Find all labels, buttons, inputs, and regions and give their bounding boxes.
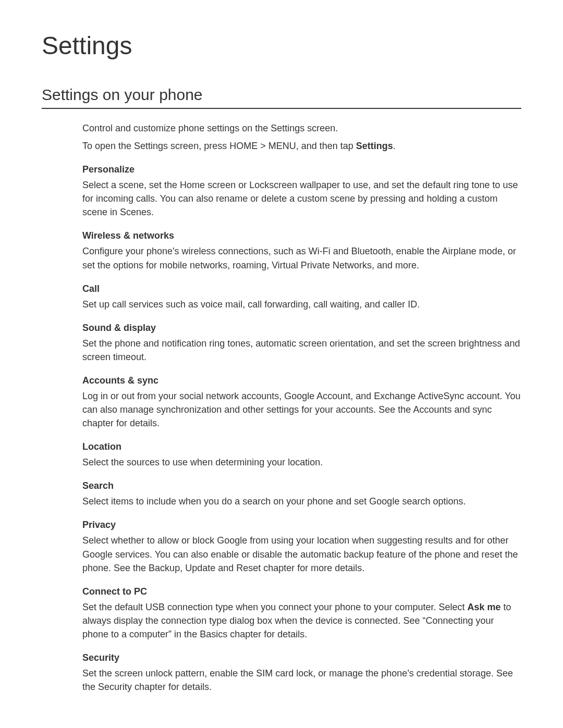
- intro-settings-label: Settings: [356, 141, 393, 151]
- item-heading: Personalize: [82, 164, 521, 175]
- item-body: Set up call services such as voice mail,…: [82, 298, 521, 311]
- section-title: Settings on your phone: [42, 86, 521, 109]
- page-title: Settings: [42, 31, 521, 60]
- intro-line-2: To open the Settings screen, press HOME …: [82, 139, 521, 153]
- item-body: Set the phone and notification ring tone…: [82, 337, 521, 364]
- item-body: Select items to include when you do a se…: [82, 495, 521, 508]
- item-search: Search Select items to include when you …: [82, 480, 521, 508]
- item-heading: Location: [82, 441, 521, 452]
- item-body: Select a scene, set the Home screen or L…: [82, 178, 521, 219]
- item-accounts-sync: Accounts & sync Log in or out from your …: [82, 375, 521, 430]
- item-heading: Security: [82, 652, 521, 663]
- item-heading: Sound & display: [82, 323, 521, 334]
- intro-text: To open the Settings screen, press HOME …: [82, 141, 356, 151]
- item-privacy: Privacy Select whether to allow or block…: [82, 520, 521, 574]
- item-body: Log in or out from your social network a…: [82, 389, 521, 430]
- item-heading: Search: [82, 480, 521, 491]
- item-heading: Wireless & networks: [82, 230, 521, 241]
- ask-me-label: Ask me: [467, 602, 500, 612]
- item-personalize: Personalize Select a scene, set the Home…: [82, 164, 521, 219]
- item-body: Select whether to allow or block Google …: [82, 534, 521, 574]
- item-heading: Privacy: [82, 520, 521, 530]
- item-body: Set the screen unlock pattern, enable th…: [82, 667, 521, 694]
- item-wireless-networks: Wireless & networks Configure your phone…: [82, 230, 521, 272]
- item-sound-display: Sound & display Set the phone and notifi…: [82, 323, 521, 364]
- intro-text-end: .: [393, 141, 396, 151]
- item-body: Configure your phone's wireless connecti…: [82, 244, 521, 272]
- item-body: Set the default USB connection type when…: [82, 600, 521, 641]
- item-connect-to-pc: Connect to PC Set the default USB connec…: [82, 586, 521, 641]
- item-heading: Connect to PC: [82, 586, 521, 597]
- item-security: Security Set the screen unlock pattern, …: [82, 652, 521, 694]
- item-heading: Accounts & sync: [82, 375, 521, 386]
- item-call: Call Set up call services such as voice …: [82, 283, 521, 311]
- item-heading: Call: [82, 283, 521, 294]
- item-body-text: Set the default USB connection type when…: [82, 602, 467, 612]
- item-body: Select the sources to use when determini…: [82, 455, 521, 469]
- intro-line-1: Control and customize phone settings on …: [82, 121, 521, 135]
- item-location: Location Select the sources to use when …: [82, 441, 521, 469]
